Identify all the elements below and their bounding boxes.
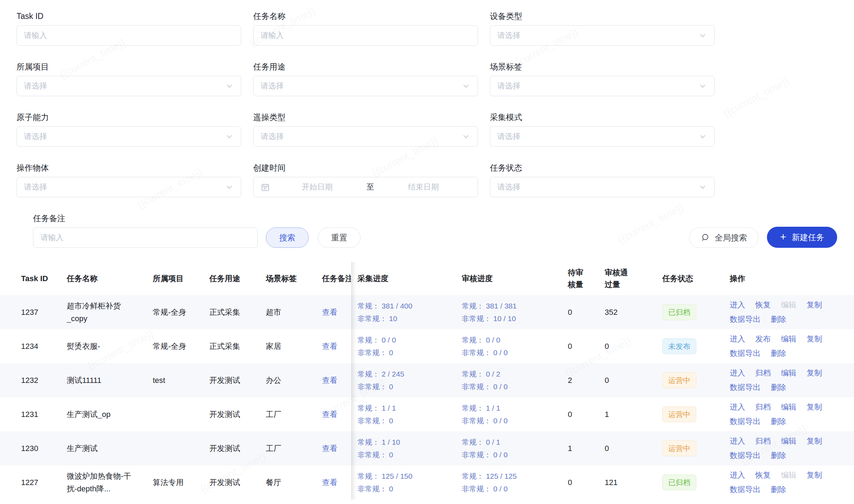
cell-collect-progress: 常规： 381 / 400非常规： 10 <box>351 295 462 329</box>
cell-collect-progress: 常规： 1 / 1非常规： 0 <box>351 397 462 431</box>
cell-project <box>153 397 209 431</box>
action-edit-link[interactable]: 编辑 <box>781 367 796 379</box>
cell-collect-progress: 常规： 0 / 0非常规： 0 <box>351 329 462 363</box>
cell-scene-tag: 超市 <box>266 295 322 329</box>
action-delete-link[interactable]: 删除 <box>771 416 786 427</box>
cell-task-name: 测试11111 <box>67 363 153 397</box>
view-remark-link[interactable]: 查看 <box>322 477 337 488</box>
action-export-link[interactable]: 数据导出 <box>730 450 761 461</box>
filter-label-task-status: 任务状态 <box>490 162 715 173</box>
action-delete-link[interactable]: 删除 <box>771 382 786 393</box>
end-date-placeholder[interactable]: 结束日期 <box>376 182 471 192</box>
filter-field-operate-object: 操作物体 请选择 <box>17 162 241 197</box>
cell-project: 常规-全身 <box>153 295 209 329</box>
filter-panel: Task ID 任务名称 设备类型 请选择 所属项目 请选择 任务用途 请选择 <box>0 0 854 248</box>
action-enter-link[interactable]: 进入 <box>730 470 745 481</box>
action-edit-link[interactable]: 编辑 <box>781 333 796 345</box>
action-archive-link[interactable]: 归档 <box>755 402 771 413</box>
action-publish-link[interactable]: 发布 <box>755 333 771 345</box>
action-edit-link[interactable]: 编辑 <box>781 470 796 481</box>
action-restore-link[interactable]: 恢复 <box>755 470 771 481</box>
action-edit-link[interactable]: 编辑 <box>781 402 796 413</box>
view-remark-link[interactable]: 查看 <box>322 307 337 318</box>
column-header-scene-tag: 场景标签 <box>266 262 322 295</box>
action-archive-link[interactable]: 归档 <box>755 367 771 379</box>
action-delete-link[interactable]: 删除 <box>771 484 786 495</box>
task-status-select[interactable]: 请选择 <box>490 177 715 197</box>
action-export-link[interactable]: 数据导出 <box>730 382 761 393</box>
action-copy-link[interactable]: 复制 <box>807 367 822 379</box>
cell-scene-tag: 工厂 <box>266 431 322 465</box>
chevron-down-icon <box>225 81 234 91</box>
scene-tag-select[interactable]: 请选择 <box>490 76 715 96</box>
action-enter-link[interactable]: 进入 <box>730 402 745 413</box>
action-delete-link[interactable]: 删除 <box>771 450 786 461</box>
filter-field-teleop-type: 遥操类型 请选择 <box>253 112 478 147</box>
atomic-ability-select[interactable]: 请选择 <box>17 126 241 147</box>
task-id-input[interactable] <box>17 25 241 46</box>
filter-label-purpose: 任务用途 <box>253 61 478 72</box>
action-delete-link[interactable]: 删除 <box>771 348 786 359</box>
filter-label-task-id: Task ID <box>17 11 241 22</box>
cell-review-progress: 常规： 0 / 2非常规： 0 / 0 <box>462 363 568 397</box>
view-remark-link[interactable]: 查看 <box>322 375 337 386</box>
action-restore-link[interactable]: 恢复 <box>755 299 771 311</box>
status-badge: 运营中 <box>662 440 696 456</box>
status-badge: 已归档 <box>662 304 696 320</box>
column-header-purpose: 任务用途 <box>209 262 266 295</box>
search-button[interactable]: 搜索 <box>266 227 309 248</box>
reset-button[interactable]: 重置 <box>318 227 361 248</box>
action-delete-link[interactable]: 删除 <box>771 314 786 325</box>
device-type-select[interactable]: 请选择 <box>490 25 715 46</box>
action-copy-link[interactable]: 复制 <box>807 299 822 311</box>
action-export-link[interactable]: 数据导出 <box>730 348 761 359</box>
table-row: 1237 超市冷鲜柜补货_copy 常规-全身 正式采集 超市 查看 常规： 3… <box>0 295 854 329</box>
operate-object-select[interactable]: 请选择 <box>17 177 241 197</box>
chevron-down-icon <box>698 183 707 192</box>
action-enter-link[interactable]: 进入 <box>730 436 745 447</box>
task-remark-input[interactable] <box>33 227 258 248</box>
view-remark-link[interactable]: 查看 <box>322 443 337 454</box>
action-edit-link[interactable]: 编辑 <box>781 299 796 311</box>
action-archive-link[interactable]: 归档 <box>755 436 771 447</box>
global-search-button[interactable]: 全局搜索 <box>689 227 758 248</box>
action-export-link[interactable]: 数据导出 <box>730 314 761 325</box>
cell-collect-progress: 常规： 125 / 150非常规： 0 <box>351 465 462 499</box>
action-enter-link[interactable]: 进入 <box>730 333 745 345</box>
filter-field-project: 所属项目 请选择 <box>17 61 241 96</box>
view-remark-link[interactable]: 查看 <box>322 409 337 420</box>
action-copy-link[interactable]: 复制 <box>807 333 822 345</box>
view-remark-link[interactable]: 查看 <box>322 341 337 352</box>
cell-purpose: 开发测试 <box>209 465 266 499</box>
cell-task-name: 生产测试 <box>67 431 153 465</box>
purpose-select[interactable]: 请选择 <box>253 76 478 96</box>
action-copy-link[interactable]: 复制 <box>807 402 822 413</box>
teleop-type-select[interactable]: 请选择 <box>253 126 478 147</box>
action-copy-link[interactable]: 复制 <box>807 436 822 447</box>
filter-field-purpose: 任务用途 请选择 <box>253 61 478 96</box>
filter-field-task-id: Task ID <box>17 11 241 46</box>
project-select[interactable]: 请选择 <box>17 76 241 96</box>
task-name-input[interactable] <box>253 25 478 46</box>
task-table: Task ID 任务名称 所属项目 任务用途 场景标签 任务备注 采集进度 审核… <box>0 262 854 499</box>
start-date-placeholder[interactable]: 开始日期 <box>270 182 364 192</box>
action-enter-link[interactable]: 进入 <box>730 299 745 311</box>
create-time-range-picker[interactable]: 开始日期 至 结束日期 <box>253 177 478 197</box>
table-row: 1230 生产测试 开发测试 工厂 查看 常规： 1 / 10非常规： 0 常规… <box>0 431 854 465</box>
chevron-down-icon <box>698 31 707 40</box>
filter-field-collect-mode: 采集模式 请选择 <box>490 112 715 147</box>
cell-task-id: 1234 <box>0 329 67 363</box>
action-copy-link[interactable]: 复制 <box>807 470 822 481</box>
action-enter-link[interactable]: 进入 <box>730 367 745 379</box>
cell-review-progress: 常规： 0 / 0非常规： 0 / 0 <box>462 329 568 363</box>
filter-label-create-time: 创建时间 <box>253 162 478 173</box>
action-export-link[interactable]: 数据导出 <box>730 416 761 427</box>
cell-scene-tag: 工厂 <box>266 397 322 431</box>
collect-mode-select[interactable]: 请选择 <box>490 126 715 147</box>
action-edit-link[interactable]: 编辑 <box>781 436 796 447</box>
cell-task-id: 1237 <box>0 295 67 329</box>
cell-project: 常规-全身 <box>153 329 209 363</box>
new-task-button[interactable]: + 新建任务 <box>767 227 837 248</box>
column-header-project: 所属项目 <box>153 262 209 295</box>
action-export-link[interactable]: 数据导出 <box>730 484 761 495</box>
